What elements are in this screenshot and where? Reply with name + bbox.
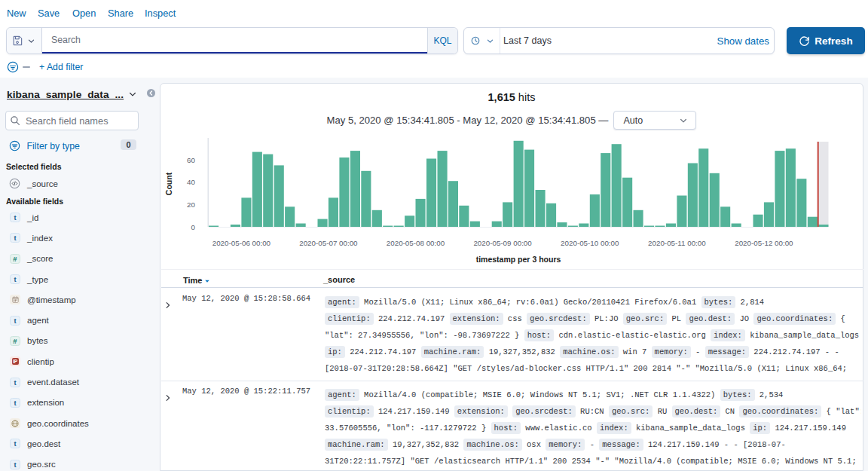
- svg-text:40: 40: [187, 178, 195, 186]
- svg-text:2020-05-08 00:00: 2020-05-08 00:00: [387, 239, 445, 247]
- svg-text:2020-05-09 00:00: 2020-05-09 00:00: [473, 239, 532, 247]
- svg-text:2020-05-11 00:00: 2020-05-11 00:00: [648, 239, 706, 247]
- svg-text:timestamp per 3 hours: timestamp per 3 hours: [476, 255, 561, 264]
- svg-text:2020-05-12 00:00: 2020-05-12 00:00: [735, 239, 793, 247]
- svg-text:2020-05-06 00:00: 2020-05-06 00:00: [212, 239, 271, 247]
- svg-text:20: 20: [187, 200, 195, 209]
- svg-text:Count: Count: [164, 172, 173, 195]
- svg-text:60: 60: [187, 156, 195, 164]
- svg-text:2020-05-07 00:00: 2020-05-07 00:00: [299, 239, 358, 247]
- svg-text:0: 0: [191, 223, 196, 231]
- svg-text:2020-05-10 00:00: 2020-05-10 00:00: [561, 239, 619, 247]
